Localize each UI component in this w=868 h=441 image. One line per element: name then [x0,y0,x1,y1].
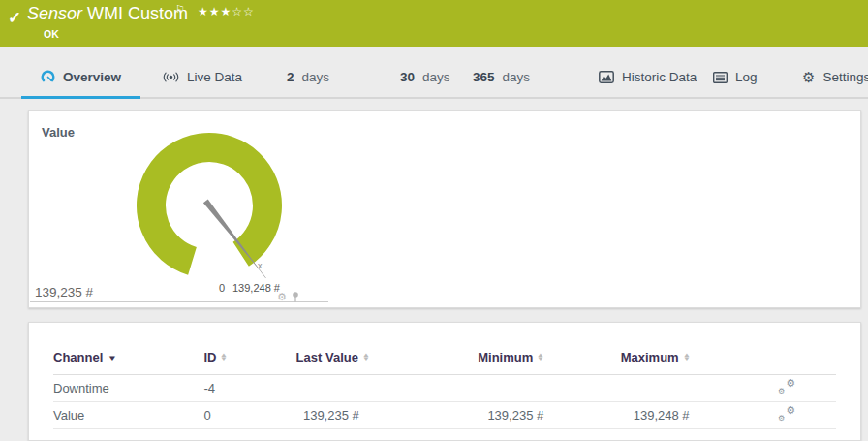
value-gauge-chart [127,122,301,297]
cell-channel: Downtime [53,375,203,402]
column-header-channel[interactable]: Channel▼ [53,323,203,375]
tab-label: Live Data [187,70,242,84]
cell-minimum: 139,235 # [359,402,543,429]
tab-2-days[interactable]: 2 days [287,57,329,97]
tab-overview[interactable]: Overview [21,57,140,99]
sort-desc-icon: ▼ [108,354,117,362]
cell-channel: Value [53,402,203,429]
sort-icon: ▲▼ [363,353,369,361]
tab-day-count: 365 [473,70,495,84]
tab-label: days [422,70,450,84]
cell-id: -4 [203,375,295,402]
tab-label: Settings [822,70,868,84]
status-ok-check-icon: ✓ [8,8,21,28]
gears-icon-small: ⚙ [778,387,785,395]
log-list-icon [713,72,728,83]
column-header-maximum[interactable]: Maximum▲▼ [543,323,689,375]
tab-day-count: 2 [287,70,294,84]
column-header-id[interactable]: ID▲▼ [203,323,295,375]
tab-30-days[interactable]: 30 days [400,57,450,97]
channel-settings-button[interactable]: ⚙⚙ [778,379,795,394]
column-header-minimum[interactable]: Minimum▲▼ [359,323,543,375]
tab-bar: Overview Live Data 2 days 30 days 365 da… [0,57,868,99]
tab-label: Log [735,70,758,84]
gauge-needle-marker: x [258,261,263,270]
cell-id: 0 [203,402,295,429]
sensor-title-name: WMI Custom [87,4,188,23]
tab-label: days [503,70,531,84]
gears-icon-small: ⚙ [778,414,785,423]
gears-icon: ⚙ [786,404,795,417]
gear-icon: ⚙ [802,70,815,84]
sort-icon: ▲▼ [221,353,227,361]
sensor-title: SensorWMI Custom [27,4,188,24]
cell-last-value [296,375,359,402]
gears-icon: ⚙ [786,377,795,390]
tab-log[interactable]: Log [713,57,758,97]
tab-label: Historic Data [622,70,697,84]
table-row: Value 0 139,235 # 139,235 # 139,248 # ⚙⚙ [53,402,836,429]
sensor-header-bar: ✓ SensorWMI Custom ⚐ ★★★☆☆ OK [0,0,868,47]
status-badge: OK [44,28,59,40]
cell-last-value: 139,235 # [296,402,359,429]
gauge-panel: Value x 0 139,248 # 139,235 # ⚙ [28,110,861,308]
gauge-title: Value [42,125,75,140]
cell-maximum: 139,248 # [543,402,689,429]
channel-settings-button[interactable]: ⚙⚙ [778,406,795,422]
gauge-settings-gear-icon[interactable]: ⚙ [277,292,287,302]
flag-icon: ⚐ [175,3,185,16]
tab-day-count: 30 [400,70,415,84]
priority-star-rating[interactable]: ★★★☆☆ [198,5,255,18]
broadcast-icon [163,71,179,83]
tab-live-data[interactable]: Live Data [163,57,242,97]
tab-label: Overview [63,70,121,84]
gauge-current-value: 139,235 # [35,285,93,299]
table-header-row: Channel▼ ID▲▼ Last Value▲▼ Minimum▲▼ Max… [53,323,836,375]
table-row: Downtime -4 ⚙⚙ [53,375,836,402]
sensor-title-prefix: Sensor [27,4,82,23]
sort-icon: ▲▼ [538,353,543,361]
gauge-icon [41,70,55,84]
sort-icon: ▲▼ [684,353,690,361]
channel-table-panel: Channel▼ ID▲▼ Last Value▲▼ Minimum▲▼ Max… [28,322,861,441]
gauge-max-label: 139,248 # [232,282,280,294]
tab-settings[interactable]: ⚙ Settings [802,57,868,97]
pin-icon[interactable] [292,292,299,302]
cell-maximum [543,375,689,402]
column-header-last-value[interactable]: Last Value▲▼ [296,323,359,375]
tab-365-days[interactable]: 365 days [473,57,530,97]
gauge-min-label: 0 [219,282,225,294]
tab-historic-data[interactable]: Historic Data [599,57,697,97]
cell-minimum [359,375,543,402]
channel-table: Channel▼ ID▲▼ Last Value▲▼ Minimum▲▼ Max… [53,323,836,429]
tab-label: days [302,70,330,84]
gauge-toolbar: ⚙ [277,292,299,302]
area-chart-icon [599,71,614,83]
